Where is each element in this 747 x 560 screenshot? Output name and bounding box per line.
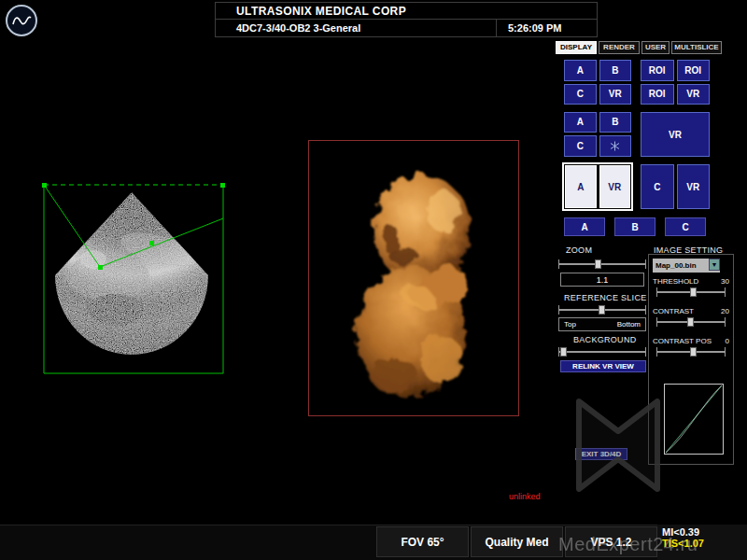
roi-handle[interactable] <box>220 183 225 188</box>
reference-slice-slider[interactable] <box>558 304 646 315</box>
reference-slice-bottom-label: Bottom <box>617 320 641 329</box>
threshold-label: THRESHOLD <box>653 277 698 286</box>
zoom-slider[interactable] <box>558 259 646 270</box>
layout-c-button[interactable]: C <box>641 164 674 209</box>
layout-a-button[interactable]: A <box>564 112 597 133</box>
watermark-logo <box>571 396 665 495</box>
zoom-slider-track <box>558 263 646 265</box>
contrast-value: 20 <box>721 307 729 315</box>
contrast-pos-value: 0 <box>726 337 729 345</box>
tab-multislice[interactable]: MULTISLICE <box>671 41 722 54</box>
layout-a-button[interactable]: A <box>564 60 597 81</box>
fov-button[interactable]: FOV 65° <box>376 526 469 557</box>
layout-group-vr-full: VR <box>641 112 710 157</box>
tab-display[interactable]: DISPLAY <box>556 41 597 54</box>
clock: 5:26:09 PM <box>508 20 561 36</box>
roi-button-2[interactable]: ROI <box>677 60 711 81</box>
reference-slice-thumb[interactable] <box>599 305 605 315</box>
reference-slice-top-label: Top <box>564 320 576 329</box>
view-b-button[interactable]: B <box>614 217 655 236</box>
layout-group-c-vr: C VR <box>641 164 710 209</box>
axes-icon <box>609 140 621 152</box>
quality-button[interactable]: Quality Med <box>471 526 563 557</box>
reference-slice-range: Top Bottom <box>558 317 646 331</box>
layout-vr-button[interactable]: VR <box>677 164 711 209</box>
background-label: BACKGROUND <box>573 335 637 344</box>
layout-a-button-selected[interactable]: A <box>565 165 597 208</box>
transducer-preset: 4DC7-3/40-OB2 3-General <box>236 20 360 36</box>
layout-c-button[interactable]: C <box>564 135 597 158</box>
roi-button-3[interactable]: ROI <box>641 84 674 105</box>
header-divider <box>496 20 497 36</box>
company-title: ULTRASONIX MEDICAL CORP <box>216 3 597 20</box>
reference-slice-label: REFERENCE SLICE <box>564 293 647 302</box>
layout-b-button[interactable]: B <box>599 60 632 81</box>
transfer-curve-display <box>664 384 724 455</box>
ultrasonix-logo-icon <box>6 5 37 36</box>
roi-handle[interactable] <box>42 183 47 188</box>
background-slider[interactable] <box>558 346 646 357</box>
contrast-pos-slider-thumb[interactable] <box>690 347 697 357</box>
contrast-slider-thumb[interactable] <box>687 317 694 327</box>
layout-group-roi: ROI ROI ROI VR <box>641 60 710 105</box>
map-select[interactable]: Map_00.bin ▼ <box>653 259 720 273</box>
contrast-label: CONTRAST <box>653 307 694 315</box>
view-a-button[interactable]: A <box>564 217 605 236</box>
layout-vr-button[interactable]: VR <box>599 84 632 105</box>
fetus-3d-render[interactable] <box>329 147 501 407</box>
vr-full-button[interactable]: VR <box>641 112 710 157</box>
view-c-button[interactable]: C <box>665 217 706 236</box>
contrast-pos-slider[interactable] <box>656 346 726 357</box>
layout-vr-button-selected[interactable]: VR <box>599 165 631 208</box>
layout-group-abcvr: A B C VR <box>564 60 631 105</box>
roi-handle[interactable] <box>149 241 154 245</box>
roi-handle[interactable] <box>98 265 103 270</box>
tab-render[interactable]: RENDER <box>599 41 640 54</box>
zoom-value: 1.1 <box>560 273 644 287</box>
tab-user[interactable]: USER <box>641 41 669 54</box>
watermark-text: MedExpert24.ru <box>558 534 698 555</box>
relink-vr-view-button[interactable]: RELINK VR VIEW <box>560 360 646 372</box>
contrast-pos-label: CONTRAST POS <box>653 337 712 345</box>
layout-c-button[interactable]: C <box>564 84 597 105</box>
map-select-value: Map_00.bin <box>655 261 697 270</box>
layout-b-button[interactable]: B <box>599 112 632 133</box>
contrast-slider[interactable] <box>656 316 726 328</box>
roi-button-1[interactable]: ROI <box>641 60 674 81</box>
layout-group-a-vr-selected: A VR <box>562 162 633 211</box>
header: ULTRASONIX MEDICAL CORP 4DC7-3/40-OB2 3-… <box>215 2 598 37</box>
roi-overlay[interactable] <box>41 180 226 378</box>
layout-group-abc-axes: A B C <box>564 112 631 157</box>
threshold-slider[interactable] <box>656 287 726 298</box>
zoom-label: ZOOM <box>566 245 592 255</box>
threshold-slider-thumb[interactable] <box>690 287 697 297</box>
link-status: unlinked <box>509 492 541 501</box>
background-slider-thumb[interactable] <box>560 347 567 357</box>
background-slider-track <box>558 351 646 353</box>
zoom-slider-thumb[interactable] <box>595 259 601 269</box>
axes-icon-button[interactable] <box>599 135 632 158</box>
roi-vr-button[interactable]: VR <box>677 84 711 105</box>
chevron-down-icon[interactable]: ▼ <box>709 259 720 271</box>
threshold-value: 30 <box>721 277 729 286</box>
